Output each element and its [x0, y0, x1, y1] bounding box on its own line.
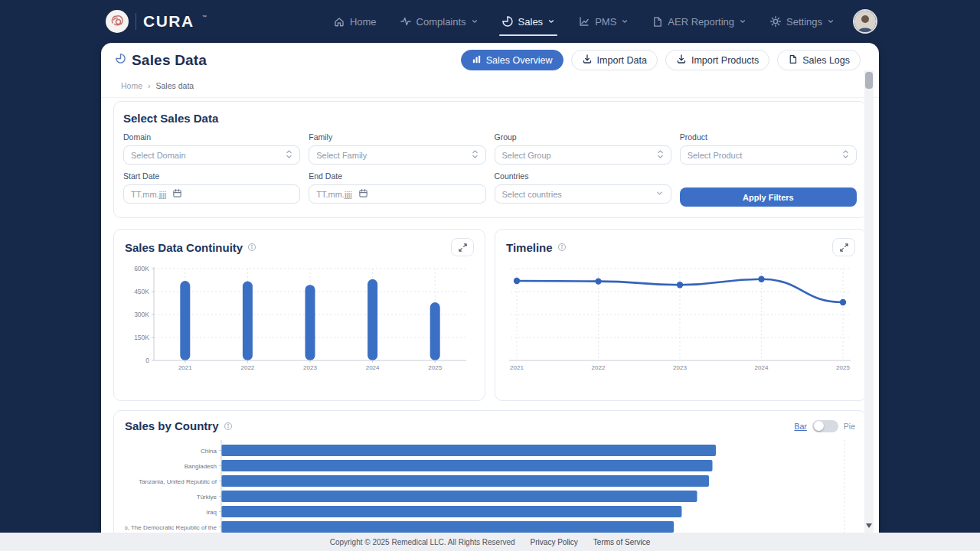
import-products-button[interactable]: Import Products [665, 50, 769, 70]
pie-chart-icon [115, 53, 126, 67]
bar-pie-switch[interactable] [812, 420, 838, 432]
nav-item-pms[interactable]: PMS [578, 15, 629, 28]
nav-item-home[interactable]: Home [333, 15, 377, 28]
svg-text:Iraq: Iraq [206, 509, 217, 516]
apply-filters-button[interactable]: Apply Filters [680, 187, 857, 207]
chevron-down-icon [547, 18, 555, 25]
scrollbar-down-arrow[interactable] [864, 521, 874, 530]
svg-text:2024: 2024 [366, 364, 380, 371]
group-label: Group [495, 132, 671, 142]
svg-text:600K: 600K [134, 265, 149, 272]
scrollbar-thumb[interactable] [865, 72, 873, 89]
chevron-down-icon [827, 18, 835, 25]
product-label: Product [680, 132, 857, 142]
info-icon[interactable] [224, 422, 233, 431]
user-avatar[interactable] [854, 11, 876, 32]
import-data-button[interactable]: Import Data [571, 50, 658, 70]
import-icon [582, 54, 593, 67]
info-icon[interactable] [557, 243, 567, 252]
chevron-updown-icon [472, 149, 479, 161]
toggle-pie-label[interactable]: Pie [844, 422, 855, 431]
brand-logo[interactable]: CURA ™ [106, 10, 207, 33]
activity-icon [400, 15, 412, 28]
import-icon [676, 54, 687, 67]
svg-text:2025: 2025 [836, 364, 850, 371]
domain-select[interactable]: Select Domain [123, 145, 300, 165]
expand-button[interactable] [832, 238, 855, 256]
privacy-policy-link[interactable]: Privacy Policy [531, 538, 578, 546]
filter-panel: Select Sales Data Domain Select Domain F… [113, 101, 867, 218]
brand-trademark: ™ [202, 15, 207, 19]
breadcrumb-home[interactable]: Home [121, 81, 142, 90]
expand-button[interactable] [451, 238, 474, 256]
chevron-updown-icon [657, 149, 664, 161]
continuity-title: Sales Data Continuity [125, 241, 243, 254]
switch-knob [814, 421, 824, 431]
svg-text:China: China [201, 448, 217, 455]
breadcrumb-separator: › [148, 81, 151, 90]
nav-item-aer-reporting[interactable]: AER Reporting [652, 16, 746, 28]
cura-logo-icon [106, 10, 129, 33]
top-navigation-bar: CURA ™ Home Complaints Sales PMS AER Rep… [0, 0, 980, 43]
toggle-bar-label[interactable]: Bar [794, 422, 806, 431]
chevron-updown-icon [842, 149, 849, 161]
timeline-panel: Timeline 20212022202320242025 [495, 229, 867, 401]
copyright-text: Copyright © 2025 Remedical LLC. All Righ… [330, 538, 515, 546]
nav-item-settings[interactable]: Settings [769, 15, 835, 28]
bar-chart-icon [472, 54, 482, 67]
by-country-title: Sales by Country [125, 419, 219, 432]
family-select[interactable]: Select Family [309, 145, 485, 165]
spacer [680, 171, 857, 184]
nav-item-complaints[interactable]: Complaints [400, 15, 479, 28]
breadcrumb-current: Sales data [156, 81, 194, 90]
product-select[interactable]: Select Product [680, 145, 857, 165]
svg-text:300K: 300K [134, 311, 149, 318]
svg-text:Türkiye: Türkiye [197, 494, 217, 500]
pie-chart-icon [501, 15, 514, 28]
gear-icon [769, 15, 782, 28]
sales-data-continuity-chart: 0150K300K450K600K20212022202320242025 [125, 262, 474, 377]
sales-logs-button[interactable]: Sales Logs [777, 50, 861, 70]
sales-overview-button[interactable]: Sales Overview [461, 50, 564, 70]
sales-data-continuity-panel: Sales Data Continuity 0150K300K450K600K2… [113, 229, 485, 401]
footer: Copyright © 2025 Remedical LLC. All Righ… [0, 533, 980, 551]
svg-text:Congo, The Democratic Republic: Congo, The Democratic Republic of the [125, 524, 217, 531]
terms-of-service-link[interactable]: Terms of Service [593, 538, 650, 546]
home-icon [333, 15, 345, 28]
start-date-input[interactable]: TT.mm.jjjj [123, 184, 300, 204]
breadcrumb: Home › Sales data [101, 76, 879, 98]
document-icon [652, 16, 663, 28]
timeline-chart: 20212022202320242025 [506, 262, 855, 377]
brand-name: CURA [143, 12, 194, 31]
nav-item-sales[interactable]: Sales [501, 15, 556, 28]
sales-by-country-chart: ChinaBangladeshTanzania, United Republic… [125, 440, 855, 541]
start-date-label: Start Date [123, 171, 300, 181]
countries-select[interactable]: Select countries [495, 184, 671, 204]
page-title: Sales Data [132, 52, 207, 69]
end-date-label: End Date [309, 171, 485, 181]
end-date-input[interactable]: TT.mm.jjjj [309, 184, 485, 204]
svg-text:2022: 2022 [592, 364, 606, 371]
svg-text:2024: 2024 [755, 364, 769, 371]
chevron-down-icon [655, 189, 664, 199]
header-actions: Sales Overview Import Data Import Produc… [461, 50, 861, 70]
chevron-updown-icon [286, 149, 292, 161]
info-icon[interactable] [247, 243, 256, 252]
countries-label: Countries [495, 171, 671, 181]
chevron-down-icon [739, 18, 746, 25]
svg-text:Bangladesh: Bangladesh [185, 463, 217, 470]
svg-text:450K: 450K [134, 288, 149, 295]
svg-text:2021: 2021 [510, 364, 524, 371]
svg-text:150K: 150K [134, 334, 149, 341]
page-header: Sales Data Sales Overview Import Data Im… [101, 43, 879, 76]
scrollbar-track[interactable] [864, 70, 874, 533]
calendar-icon [172, 188, 182, 200]
svg-text:2023: 2023 [303, 364, 317, 371]
svg-text:2022: 2022 [241, 364, 255, 371]
domain-label: Domain [123, 132, 300, 142]
chart-type-toggle: Bar Pie [794, 420, 855, 432]
group-select[interactable]: Select Group [495, 145, 671, 165]
line-chart-icon [578, 15, 590, 28]
svg-text:0: 0 [145, 357, 149, 364]
chevron-down-icon [621, 18, 629, 25]
